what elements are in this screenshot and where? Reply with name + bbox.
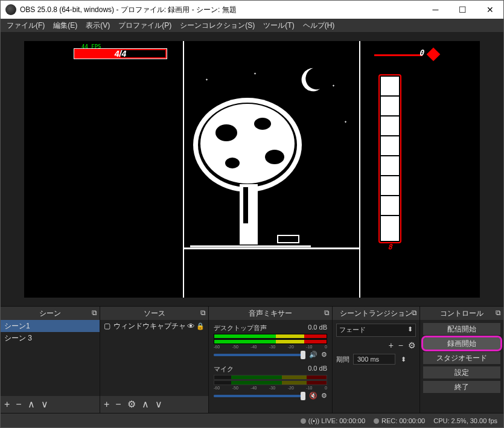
scenes-header[interactable]: シーン ⧉ — [1, 307, 100, 320]
transition-panel: シーントランジション ⧉ フェード ⬍ + − ⚙ 期間 300 ms ⬍ — [333, 307, 420, 413]
down-icon[interactable]: ∨ — [155, 400, 162, 409]
source-item[interactable]: ▢ ウィンドウキャプチャ 👁 🔒 — [100, 320, 208, 332]
titlebar[interactable]: OBS 25.0.8 (64-bit, windows) - プロファイル: 録… — [1, 1, 503, 19]
scene-item[interactable]: シーン1 — [1, 320, 100, 332]
sources-header[interactable]: ソース ⧉ — [100, 307, 208, 320]
duration-input[interactable]: 300 ms — [353, 354, 395, 365]
vu-meter — [214, 375, 327, 380]
scenes-list[interactable]: シーン1 シーン 3 — [1, 320, 100, 396]
popout-icon[interactable]: ⧉ — [412, 308, 417, 317]
ground-line — [184, 248, 359, 249]
menu-edit[interactable]: 編集(E) — [49, 19, 81, 32]
transition-header[interactable]: シーントランジション ⧉ — [333, 307, 419, 320]
svg-rect-8 — [243, 187, 248, 223]
menubar: ファイル(F) 編集(E) 表示(V) プロファイル(P) シーンコレクション(… — [1, 19, 503, 32]
svg-point-5 — [265, 150, 284, 164]
close-button[interactable]: ✕ — [476, 1, 503, 19]
power-bar: 8 — [378, 74, 401, 243]
preview-area[interactable]: 44 FPS 4/4 0 8 ✦✦ ✦✦ ✦✦ ✦✦ — [1, 32, 503, 306]
live-status: ((•)) LIVE: 00:00:00 — [301, 417, 365, 424]
up-icon[interactable]: ∧ — [142, 400, 149, 409]
status-bar: ((•)) LIVE: 00:00:00 REC: 00:00:00 CPU: … — [1, 413, 503, 427]
moon-icon — [296, 65, 325, 94]
transition-select[interactable]: フェード ⬍ — [336, 324, 416, 337]
gem-icon — [427, 47, 441, 61]
menu-scene-collection[interactable]: シーンコレクション(S) — [176, 19, 258, 32]
rec-status: REC: 00:00:00 — [374, 417, 425, 424]
popout-icon[interactable]: ⧉ — [496, 308, 501, 317]
studio-mode-button[interactable]: スタジオモード — [423, 351, 501, 365]
db-scale: -60-50-40-30-20-100 — [214, 386, 327, 390]
volume-slider[interactable] — [214, 354, 305, 356]
svg-point-6 — [225, 158, 240, 168]
hp-bar: 4/4 — [74, 48, 167, 59]
svg-point-2 — [200, 104, 295, 184]
hp-value: 4/4 — [115, 49, 126, 59]
menu-tools[interactable]: ツール(T) — [260, 19, 298, 32]
exit-button[interactable]: 終了 — [423, 380, 501, 394]
window-title: OBS 25.0.8 (64-bit, windows) - プロファイル: 録… — [20, 5, 237, 15]
popout-icon[interactable]: ⧉ — [92, 308, 97, 317]
menu-help[interactable]: ヘルプ(H) — [299, 19, 339, 32]
settings-button[interactable]: 設定 — [423, 366, 501, 379]
mixer-panel: 音声ミキサー ⧉ デスクトップ音声0.0 dB -60-50-40-30-20-… — [209, 307, 333, 413]
power-value: 8 — [388, 243, 392, 251]
gear-icon[interactable]: ⚙ — [127, 400, 136, 409]
tree-graphic — [190, 91, 311, 248]
preview-canvas[interactable]: 44 FPS 4/4 0 8 ✦✦ ✦✦ ✦✦ ✦✦ — [24, 41, 480, 298]
vu-meter — [214, 334, 327, 339]
maximize-button[interactable]: ☐ — [449, 1, 476, 19]
remove-icon[interactable]: − — [115, 400, 121, 409]
svg-point-3 — [215, 124, 237, 141]
svg-point-4 — [254, 118, 271, 130]
vu-meter — [214, 339, 327, 344]
popout-icon[interactable]: ⧉ — [200, 308, 206, 317]
add-icon[interactable]: + — [389, 340, 394, 350]
gear-icon[interactable]: ⚙ — [408, 340, 416, 350]
minimize-button[interactable]: ─ — [422, 1, 449, 19]
sources-toolbar: + − ⚙ ∧ ∨ — [100, 396, 208, 413]
gear-icon[interactable]: ⚙ — [321, 351, 327, 359]
add-icon[interactable]: + — [104, 400, 109, 409]
up-icon[interactable]: ∧ — [28, 400, 35, 409]
spinner-icon[interactable]: ⬍ — [399, 356, 407, 363]
popout-icon[interactable]: ⧉ — [324, 308, 330, 317]
scenes-toolbar: + − ∧ ∨ — [1, 396, 100, 413]
menu-view[interactable]: 表示(V) — [82, 19, 113, 32]
window-capture-icon: ▢ — [104, 322, 110, 330]
mute-icon[interactable]: 🔇 — [309, 392, 317, 400]
dropdown-icon: ⬍ — [407, 325, 413, 333]
controls-panel: コントロール ⧉ 配信開始 録画開始 スタジオモード 設定 終了 — [420, 307, 503, 413]
mixer-channel-mic: マイク0.0 dB -60-50-40-30-20-100 🔇 ⚙ — [214, 365, 327, 400]
scene-item[interactable]: シーン 3 — [1, 332, 100, 344]
menu-file[interactable]: ファイル(F) — [3, 19, 48, 32]
speaker-icon[interactable]: 🔊 — [309, 351, 317, 359]
svg-rect-7 — [240, 184, 258, 244]
sources-list[interactable]: ▢ ウィンドウキャプチャ 👁 🔒 — [100, 320, 208, 396]
volume-slider[interactable] — [214, 395, 305, 397]
menu-profile[interactable]: プロファイル(P) — [115, 19, 175, 32]
duration-label: 期間 — [336, 355, 349, 364]
down-icon[interactable]: ∨ — [41, 400, 48, 409]
gem-counter: 0 — [374, 51, 441, 58]
mixer-channel-desktop: デスクトップ音声0.0 dB -60-50-40-30-20-100 🔊 ⚙ — [214, 324, 327, 359]
gem-value: 0 — [419, 48, 424, 57]
mixer-header[interactable]: 音声ミキサー ⧉ — [209, 307, 332, 320]
cpu-status: CPU: 2.5%, 30.00 fps — [433, 417, 497, 424]
start-recording-button[interactable]: 録画開始 — [423, 337, 501, 350]
obs-window: OBS 25.0.8 (64-bit, windows) - プロファイル: 録… — [0, 0, 504, 428]
remove-icon[interactable]: − — [16, 400, 21, 409]
sources-panel: ソース ⧉ ▢ ウィンドウキャプチャ 👁 🔒 + − ⚙ ∧ ∨ — [100, 307, 209, 413]
scenes-panel: シーン ⧉ シーン1 シーン 3 + − ∧ ∨ — [1, 307, 100, 413]
controls-header[interactable]: コントロール ⧉ — [420, 307, 503, 320]
visibility-icon[interactable]: 👁 — [187, 322, 195, 331]
mixer-body: デスクトップ音声0.0 dB -60-50-40-30-20-100 🔊 ⚙ マ… — [209, 320, 332, 413]
gear-icon[interactable]: ⚙ — [321, 392, 327, 400]
svg-rect-9 — [278, 235, 299, 243]
remove-icon[interactable]: − — [398, 340, 403, 350]
start-streaming-button[interactable]: 配信開始 — [423, 322, 501, 336]
vu-meter — [214, 380, 327, 385]
add-icon[interactable]: + — [4, 400, 10, 409]
lock-icon[interactable]: 🔒 — [196, 322, 205, 330]
db-scale: -60-50-40-30-20-100 — [214, 345, 327, 349]
